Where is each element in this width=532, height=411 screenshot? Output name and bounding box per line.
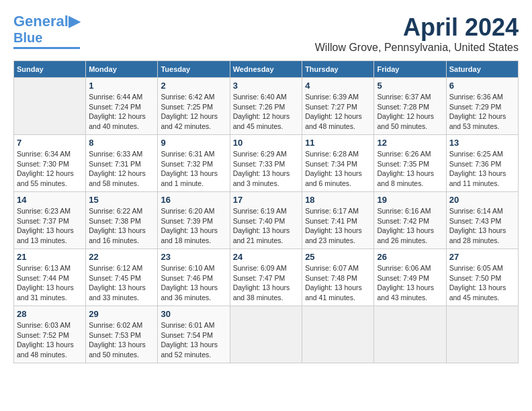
- calendar-cell: 16Sunrise: 6:20 AMSunset: 7:39 PMDayligh…: [158, 192, 230, 249]
- day-info: Sunrise: 6:22 AMSunset: 7:38 PMDaylight:…: [89, 206, 154, 246]
- day-number: 26: [377, 252, 443, 262]
- calendar-body: 1Sunrise: 6:44 AMSunset: 7:24 PMDaylight…: [14, 78, 519, 363]
- day-info: Sunrise: 6:29 AMSunset: 7:33 PMDaylight:…: [233, 149, 299, 189]
- logo-blue: ▶: [69, 13, 80, 30]
- day-info: Sunrise: 6:02 AMSunset: 7:53 PMDaylight:…: [89, 320, 154, 360]
- day-info: Sunrise: 6:16 AMSunset: 7:42 PMDaylight:…: [377, 206, 443, 246]
- day-info: Sunrise: 6:17 AMSunset: 7:41 PMDaylight:…: [305, 206, 371, 246]
- calendar-cell: [446, 306, 518, 363]
- calendar-cell: 4Sunrise: 6:39 AMSunset: 7:27 PMDaylight…: [302, 78, 374, 135]
- weekday-header-friday: Friday: [374, 61, 446, 78]
- calendar-cell: 21Sunrise: 6:13 AMSunset: 7:44 PMDayligh…: [14, 249, 86, 306]
- day-info: Sunrise: 6:26 AMSunset: 7:35 PMDaylight:…: [377, 149, 443, 189]
- page-header: General▶ Blue April 2024 Willow Grove, P…: [13, 13, 519, 54]
- weekday-header-saturday: Saturday: [446, 61, 518, 78]
- day-number: 24: [233, 252, 299, 262]
- calendar-cell: 13Sunrise: 6:25 AMSunset: 7:36 PMDayligh…: [446, 135, 518, 192]
- day-number: 25: [305, 252, 371, 262]
- day-number: 20: [449, 195, 515, 205]
- day-info: Sunrise: 6:13 AMSunset: 7:44 PMDaylight:…: [17, 263, 83, 303]
- weekday-header-tuesday: Tuesday: [158, 61, 230, 78]
- day-info: Sunrise: 6:10 AMSunset: 7:46 PMDaylight:…: [161, 263, 226, 303]
- day-info: Sunrise: 6:33 AMSunset: 7:31 PMDaylight:…: [89, 149, 154, 189]
- weekday-header-thursday: Thursday: [302, 61, 374, 78]
- calendar-cell: 20Sunrise: 6:14 AMSunset: 7:43 PMDayligh…: [446, 192, 518, 249]
- day-number: 8: [89, 138, 154, 148]
- day-info: Sunrise: 6:23 AMSunset: 7:37 PMDaylight:…: [17, 206, 83, 246]
- day-number: 28: [17, 309, 83, 319]
- location: Willow Grove, Pennsylvania, United State…: [315, 42, 519, 54]
- day-number: 7: [17, 138, 83, 148]
- calendar-cell: [374, 306, 446, 363]
- day-number: 14: [17, 195, 83, 205]
- calendar-cell: [14, 78, 86, 135]
- day-info: Sunrise: 6:05 AMSunset: 7:50 PMDaylight:…: [449, 263, 515, 303]
- calendar-table: SundayMondayTuesdayWednesdayThursdayFrid…: [13, 60, 519, 363]
- day-info: Sunrise: 6:20 AMSunset: 7:39 PMDaylight:…: [161, 206, 226, 246]
- calendar-cell: 11Sunrise: 6:28 AMSunset: 7:34 PMDayligh…: [302, 135, 374, 192]
- day-number: 11: [305, 138, 371, 148]
- calendar-week-row: 28Sunrise: 6:03 AMSunset: 7:52 PMDayligh…: [14, 306, 519, 363]
- day-number: 10: [233, 138, 299, 148]
- calendar-cell: 24Sunrise: 6:09 AMSunset: 7:47 PMDayligh…: [230, 249, 302, 306]
- day-info: Sunrise: 6:31 AMSunset: 7:32 PMDaylight:…: [161, 149, 226, 189]
- day-number: 9: [161, 138, 226, 148]
- weekday-header-monday: Monday: [86, 61, 158, 78]
- day-info: Sunrise: 6:37 AMSunset: 7:28 PMDaylight:…: [377, 92, 443, 132]
- calendar-cell: 14Sunrise: 6:23 AMSunset: 7:37 PMDayligh…: [14, 192, 86, 249]
- day-number: 5: [377, 81, 443, 91]
- day-number: 29: [89, 309, 154, 319]
- day-number: 1: [89, 81, 154, 91]
- day-info: Sunrise: 6:25 AMSunset: 7:36 PMDaylight:…: [449, 149, 515, 189]
- calendar-cell: 29Sunrise: 6:02 AMSunset: 7:53 PMDayligh…: [86, 306, 158, 363]
- weekday-header-sunday: Sunday: [14, 61, 86, 78]
- calendar-cell: 3Sunrise: 6:40 AMSunset: 7:26 PMDaylight…: [230, 78, 302, 135]
- day-number: 13: [449, 138, 515, 148]
- day-number: 2: [161, 81, 226, 91]
- logo-underline: [13, 47, 80, 49]
- day-number: 23: [161, 252, 226, 262]
- calendar-week-row: 14Sunrise: 6:23 AMSunset: 7:37 PMDayligh…: [14, 192, 519, 249]
- day-number: 21: [17, 252, 83, 262]
- day-number: 30: [161, 309, 226, 319]
- month-title: April 2024: [315, 13, 519, 42]
- calendar-cell: 10Sunrise: 6:29 AMSunset: 7:33 PMDayligh…: [230, 135, 302, 192]
- weekday-header-row: SundayMondayTuesdayWednesdayThursdayFrid…: [14, 61, 519, 78]
- calendar-week-row: 21Sunrise: 6:13 AMSunset: 7:44 PMDayligh…: [14, 249, 519, 306]
- calendar-cell: 15Sunrise: 6:22 AMSunset: 7:38 PMDayligh…: [86, 192, 158, 249]
- day-number: 6: [449, 81, 515, 91]
- calendar-cell: 26Sunrise: 6:06 AMSunset: 7:49 PMDayligh…: [374, 249, 446, 306]
- title-block: April 2024 Willow Grove, Pennsylvania, U…: [315, 13, 519, 54]
- day-info: Sunrise: 6:42 AMSunset: 7:25 PMDaylight:…: [161, 92, 226, 132]
- day-info: Sunrise: 6:14 AMSunset: 7:43 PMDaylight:…: [449, 206, 515, 246]
- day-number: 12: [377, 138, 443, 148]
- day-info: Sunrise: 6:01 AMSunset: 7:54 PMDaylight:…: [161, 320, 226, 360]
- day-info: Sunrise: 6:40 AMSunset: 7:26 PMDaylight:…: [233, 92, 299, 132]
- calendar-cell: 9Sunrise: 6:31 AMSunset: 7:32 PMDaylight…: [158, 135, 230, 192]
- calendar-cell: 30Sunrise: 6:01 AMSunset: 7:54 PMDayligh…: [158, 306, 230, 363]
- day-number: 4: [305, 81, 371, 91]
- calendar-cell: [302, 306, 374, 363]
- day-number: 15: [89, 195, 154, 205]
- calendar-cell: [230, 306, 302, 363]
- day-number: 17: [233, 195, 299, 205]
- calendar-cell: 19Sunrise: 6:16 AMSunset: 7:42 PMDayligh…: [374, 192, 446, 249]
- day-number: 19: [377, 195, 443, 205]
- day-info: Sunrise: 6:12 AMSunset: 7:45 PMDaylight:…: [89, 263, 154, 303]
- calendar-cell: 23Sunrise: 6:10 AMSunset: 7:46 PMDayligh…: [158, 249, 230, 306]
- day-info: Sunrise: 6:36 AMSunset: 7:29 PMDaylight:…: [449, 92, 515, 132]
- day-number: 3: [233, 81, 299, 91]
- day-info: Sunrise: 6:44 AMSunset: 7:24 PMDaylight:…: [89, 92, 154, 132]
- calendar-cell: 8Sunrise: 6:33 AMSunset: 7:31 PMDaylight…: [86, 135, 158, 192]
- calendar-cell: 12Sunrise: 6:26 AMSunset: 7:35 PMDayligh…: [374, 135, 446, 192]
- day-info: Sunrise: 6:07 AMSunset: 7:48 PMDaylight:…: [305, 263, 371, 303]
- calendar-cell: 6Sunrise: 6:36 AMSunset: 7:29 PMDaylight…: [446, 78, 518, 135]
- day-info: Sunrise: 6:06 AMSunset: 7:49 PMDaylight:…: [377, 263, 443, 303]
- calendar-cell: 22Sunrise: 6:12 AMSunset: 7:45 PMDayligh…: [86, 249, 158, 306]
- calendar-cell: 7Sunrise: 6:34 AMSunset: 7:30 PMDaylight…: [14, 135, 86, 192]
- day-info: Sunrise: 6:39 AMSunset: 7:27 PMDaylight:…: [305, 92, 371, 132]
- day-info: Sunrise: 6:28 AMSunset: 7:34 PMDaylight:…: [305, 149, 371, 189]
- calendar-cell: 25Sunrise: 6:07 AMSunset: 7:48 PMDayligh…: [302, 249, 374, 306]
- day-info: Sunrise: 6:09 AMSunset: 7:47 PMDaylight:…: [233, 263, 299, 303]
- day-number: 27: [449, 252, 515, 262]
